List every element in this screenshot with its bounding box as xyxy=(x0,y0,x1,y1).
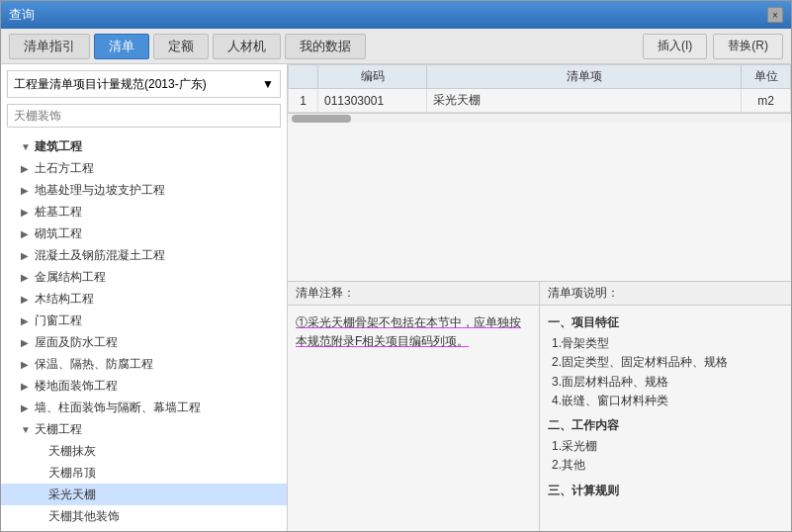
desc-section-item: 1.采光棚 xyxy=(548,437,783,456)
tree-item-label: 天棚抹灰 xyxy=(48,443,287,460)
tree-arrow-icon: ▶ xyxy=(21,294,35,305)
title-bar: 查询 × xyxy=(1,1,791,29)
tree-item-tianpeng[interactable]: ▼天棚工程 xyxy=(1,418,287,440)
note-header: 清单注释： xyxy=(288,282,539,306)
tree-item-label: 楼地面装饰工程 xyxy=(35,378,287,395)
tree-item-qiangmian[interactable]: ▶墙、柱面装饰与隔断、幕墙工程 xyxy=(1,397,287,418)
tree-container: ▼建筑工程▶土石方工程▶地基处理与边坡支护工程▶桩基工程▶砌筑工程▶混凝土及钢筋… xyxy=(1,132,287,531)
tree-item-hunning[interactable]: ▶混凝土及钢筋混凝土工程 xyxy=(1,244,287,266)
desc-content: 一、项目特征1.骨架类型2.固定类型、固定材料品种、规格3.面层材料品种、规格4… xyxy=(540,306,791,531)
desc-section-item: 2.固定类型、固定材料品种、规格 xyxy=(548,353,783,372)
desc-section-title: 三、计算规则 xyxy=(548,482,783,500)
tree-item-dijizh[interactable]: ▶地基处理与边坡支护工程 xyxy=(1,179,287,201)
tree-item-zhuangji[interactable]: ▶桩基工程 xyxy=(1,201,287,222)
tree-item-label: 混凝土及钢筋混凝土工程 xyxy=(35,247,287,264)
desc-section: 二、工作内容1.采光棚2.其他 xyxy=(548,416,783,476)
tree-item-label: 采光天棚 xyxy=(48,487,287,503)
tab-bar: 清单指引清单定额人材机我的数据 xyxy=(9,34,366,59)
col-header-item: 清单项 xyxy=(427,65,742,89)
right-panel: 编码 清单项 单位 1 011303001 采光天棚 m2 xyxy=(288,64,791,531)
tree-item-label: 土石方工程 xyxy=(35,160,287,177)
tree-item-loudi[interactable]: ▶楼地面装饰工程 xyxy=(1,375,287,397)
tree-arrow-icon: ▶ xyxy=(21,228,35,239)
col-header-num xyxy=(289,65,318,89)
note-header-label: 清单注释： xyxy=(296,285,355,302)
tree-item-tianpeng-mohu[interactable]: 天棚抹灰 xyxy=(1,440,287,462)
tree-item-label: 墙、柱面装饰与隔断、幕墙工程 xyxy=(35,399,287,416)
desc-panel: 清单项说明： 一、项目特征1.骨架类型2.固定类型、固定材料品种、规格3.面层材… xyxy=(540,282,791,531)
tree-item-baolv[interactable]: ▶保温、隔热、防腐工程 xyxy=(1,353,287,375)
note-panel: 清单注释： ①采光天棚骨架不包括在本节中，应单独按本规范附录F相关项目编码列项。 xyxy=(288,282,540,531)
standard-dropdown[interactable]: 工程量清单项目计量规范(2013-广东) ▼ xyxy=(7,70,281,98)
search-container xyxy=(7,104,281,128)
tree-item-menchuang[interactable]: ▶门窗工程 xyxy=(1,310,287,331)
desc-section: 一、项目特征1.骨架类型2.固定类型、固定材料品种、规格3.面层材料品种、规格4… xyxy=(548,313,783,410)
tab-qingdan-zhiyin[interactable]: 清单指引 xyxy=(9,34,90,59)
h-scrollbar[interactable] xyxy=(292,115,351,123)
tree-item-mujie[interactable]: ▶木结构工程 xyxy=(1,288,287,310)
dropdown-value: 工程量清单项目计量规范(2013-广东) xyxy=(14,76,207,93)
tree-item-label: 门窗工程 xyxy=(35,312,287,329)
tree-item-label: 木结构工程 xyxy=(35,291,287,308)
row-unit: m2 xyxy=(742,89,791,113)
desc-header-label: 清单项说明： xyxy=(548,285,619,302)
tree-item-tianpeng-diaodun[interactable]: 天棚吊顶 xyxy=(1,462,287,484)
tree-arrow-icon: ▶ xyxy=(21,250,35,261)
tree-arrow-icon: ▶ xyxy=(21,359,35,370)
main-window: 查询 × 清单指引清单定额人材机我的数据 插入(I) 替换(R) 工程量清单项目… xyxy=(0,0,792,532)
desc-section-item: 4.嵌缝、窗口材料种类 xyxy=(548,392,783,410)
tree-item-youqi[interactable]: ▶油漆、涂料、裱糊工程 xyxy=(1,527,287,531)
action-buttons: 插入(I) 替换(R) xyxy=(643,34,783,59)
tree-item-jinshu[interactable]: ▶金属结构工程 xyxy=(1,266,287,288)
main-content: 工程量清单项目计量规范(2013-广东) ▼ ▼建筑工程▶土石方工程▶地基处理与… xyxy=(1,64,791,531)
tree-arrow-icon: ▶ xyxy=(21,163,35,174)
close-button[interactable]: × xyxy=(767,7,783,23)
tab-dinge[interactable]: 定额 xyxy=(153,34,209,59)
tree-item-tianpeng-qita[interactable]: 天棚其他装饰 xyxy=(1,505,287,527)
bottom-panels: 清单注释： ①采光天棚骨架不包括在本节中，应单独按本规范附录F相关项目编码列项。… xyxy=(288,282,791,531)
replace-button[interactable]: 替换(R) xyxy=(713,34,783,59)
tree-item-qizhu[interactable]: ▶砌筑工程 xyxy=(1,222,287,244)
col-header-code: 编码 xyxy=(318,65,427,89)
tab-qingdan[interactable]: 清单 xyxy=(94,34,149,59)
data-table: 编码 清单项 单位 1 011303001 采光天棚 m2 xyxy=(288,64,791,113)
tree-item-label: 天棚其他装饰 xyxy=(48,508,287,525)
tree-item-label: 桩基工程 xyxy=(35,204,287,221)
row-code: 011303001 xyxy=(318,89,427,113)
tree-item-tufang[interactable]: ▶土石方工程 xyxy=(1,157,287,179)
tree-item-caiguang-tianpeng[interactable]: 采光天棚 xyxy=(1,484,287,505)
toolbar: 清单指引清单定额人材机我的数据 插入(I) 替换(R) xyxy=(1,29,791,64)
tree-item-wumian[interactable]: ▶屋面及防水工程 xyxy=(1,331,287,353)
tree-arrow-icon: ▼ xyxy=(21,141,35,152)
tree-arrow-icon: ▶ xyxy=(21,381,35,392)
title-controls: × xyxy=(767,7,783,23)
search-input[interactable] xyxy=(14,109,274,123)
tree-arrow-icon: ▶ xyxy=(21,185,35,196)
row-num: 1 xyxy=(289,89,318,113)
window-title: 查询 xyxy=(9,6,35,24)
tree-arrow-icon: ▶ xyxy=(21,272,35,283)
note-text: ①采光天棚骨架不包括在本节中，应单独按本规范附录F相关项目编码列项。 xyxy=(296,315,521,348)
tree-root-label: 建筑工程 xyxy=(35,138,287,155)
tree-item-label: 金属结构工程 xyxy=(35,269,287,286)
tree-arrow-icon: ▼ xyxy=(21,424,35,435)
desc-section: 三、计算规则 xyxy=(548,482,783,500)
tab-rencaiji[interactable]: 人材机 xyxy=(213,34,281,59)
dropdown-arrow-icon: ▼ xyxy=(262,77,274,91)
desc-section-title: 一、项目特征 xyxy=(548,313,783,332)
note-content: ①采光天棚骨架不包括在本节中，应单独按本规范附录F相关项目编码列项。 xyxy=(288,306,539,531)
insert-button[interactable]: 插入(I) xyxy=(643,34,707,59)
tree-item-label: 天棚吊顶 xyxy=(48,465,287,482)
table-row[interactable]: 1 011303001 采光天棚 m2 xyxy=(289,89,791,113)
tree-arrow-icon: ▶ xyxy=(21,337,35,348)
desc-section-item: 1.骨架类型 xyxy=(548,334,783,353)
tree-item-label: 砌筑工程 xyxy=(35,225,287,242)
tab-wodeshu[interactable]: 我的数据 xyxy=(285,34,366,59)
col-header-unit: 单位 xyxy=(742,65,791,89)
left-panel: 工程量清单项目计量规范(2013-广东) ▼ ▼建筑工程▶土石方工程▶地基处理与… xyxy=(1,64,288,531)
tree-arrow-icon: ▶ xyxy=(21,315,35,326)
tree-item-label: 油漆、涂料、裱糊工程 xyxy=(35,530,287,532)
desc-section-item: 2.其他 xyxy=(548,456,783,475)
tree-item-root[interactable]: ▼建筑工程 xyxy=(1,135,287,157)
desc-section-title: 二、工作内容 xyxy=(548,416,783,435)
